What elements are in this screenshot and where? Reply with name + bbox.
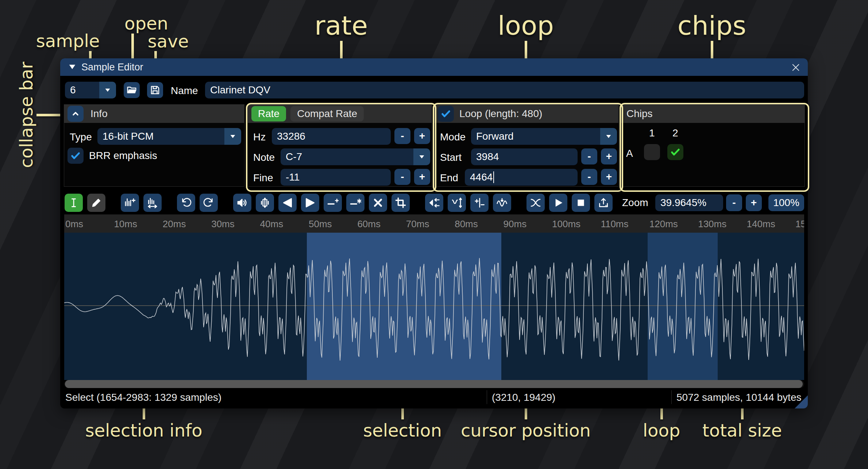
toolbar-resample-button[interactable] [143, 194, 162, 212]
zoom-in-button[interactable]: + [746, 194, 762, 211]
trim-icon [395, 197, 406, 209]
hz-minus-button[interactable]: - [394, 128, 410, 144]
annotation-line-cursor-position [525, 407, 527, 419]
fine-input[interactable]: -11 [281, 169, 391, 186]
loop-enable-checkbox[interactable] [438, 106, 454, 122]
collapse-bar-button[interactable] [67, 106, 84, 122]
amplify-icon [236, 197, 248, 209]
toolbar-fade-out-button[interactable] [301, 194, 319, 212]
resize-icon [124, 197, 136, 209]
toolbar-trim-button[interactable] [391, 194, 410, 212]
fine-plus-button[interactable]: + [414, 169, 430, 185]
redo-icon [203, 197, 215, 209]
toolbar-insert-silence-button[interactable] [324, 194, 342, 212]
toolbar-resize-button[interactable] [121, 194, 139, 212]
sample-select[interactable]: 6 [65, 82, 116, 98]
timeline-label: 0ms [65, 218, 83, 230]
info-panel-title: Info [90, 108, 108, 120]
chevron-down-icon[interactable] [413, 148, 430, 165]
loop-end-plus-button[interactable]: + [601, 169, 617, 185]
toolbar-normalize-button[interactable] [256, 194, 274, 212]
toolbar-amplify-button[interactable] [233, 194, 251, 212]
titlebar[interactable]: Sample Editor [60, 58, 808, 76]
loop-mode-value: Forward [471, 131, 600, 142]
tab-compat-rate[interactable]: Compat Rate [290, 106, 364, 121]
hz-input[interactable]: 33286 [272, 128, 391, 145]
scrollbar-thumb[interactable] [65, 380, 803, 388]
timeline-label: 110ms [601, 218, 628, 230]
preview-icon [552, 197, 564, 209]
window-title: Sample Editor [81, 62, 143, 73]
toolbar-apply-filter-button[interactable] [493, 194, 511, 212]
fine-label: Fine [253, 172, 273, 184]
toolbar-preview-button[interactable] [549, 194, 567, 212]
timeline-label: 140ms [747, 218, 775, 230]
chip-a1-checkbox[interactable] [644, 144, 660, 160]
timeline-label: 90ms [504, 218, 527, 230]
zoom-reset-button[interactable]: 100% [768, 194, 804, 211]
loop-start-input[interactable]: 3984 [471, 148, 578, 165]
chevron-down-icon[interactable] [224, 128, 241, 145]
timeline-label: 150ms [795, 218, 804, 230]
fade-out-icon [304, 197, 316, 209]
chevron-down-icon[interactable] [99, 82, 116, 98]
annotation-rate: rate [315, 10, 368, 41]
timeline-label: 40ms [260, 218, 283, 230]
fine-minus-button[interactable]: - [394, 169, 410, 185]
toolbar-invert-button[interactable] [448, 194, 466, 212]
toolbar-fade-in-button[interactable] [278, 194, 297, 212]
check-icon [440, 108, 451, 119]
hz-plus-button[interactable]: + [414, 128, 430, 144]
window-resize-grip[interactable] [795, 395, 808, 408]
timeline-ruler[interactable]: 0ms10ms20ms30ms40ms50ms60ms70ms80ms90ms1… [64, 214, 804, 233]
waveform-view[interactable] [64, 233, 804, 380]
signed-unsigned-icon [474, 197, 485, 209]
timeline-label: 70ms [406, 218, 429, 230]
mode-label: Mode [440, 131, 466, 143]
open-sample-button[interactable] [124, 82, 140, 98]
loop-start-minus-button[interactable]: - [581, 148, 597, 164]
waveform-canvas [64, 233, 804, 380]
waveform-scrollbar[interactable] [64, 380, 804, 388]
toolbar-crossfade-loop-button[interactable] [526, 194, 545, 212]
zoom-input[interactable]: 39.9645% [655, 194, 723, 211]
toolbar-reverse-button[interactable] [425, 194, 443, 212]
brr-emphasis-checkbox[interactable] [67, 148, 84, 164]
save-sample-button[interactable] [147, 82, 163, 98]
note-select[interactable]: C-7 [281, 148, 430, 165]
toolbar-apply-silence-button[interactable] [346, 194, 364, 212]
status-bar: Select (1654-2983: 1329 samples) (3210, … [60, 389, 808, 406]
chips-panel-title: Chips [626, 108, 653, 120]
toolbar-signed-unsigned-button[interactable] [470, 194, 489, 212]
name-input[interactable]: Clarinet DQV [205, 82, 804, 98]
loop-start-label: Start [440, 152, 462, 163]
chevron-down-icon[interactable] [600, 128, 617, 145]
toolbar-delete-button[interactable] [369, 194, 387, 212]
loop-panel-title: Loop (length: 480) [459, 108, 542, 120]
type-select[interactable]: 16-bit PCM [97, 128, 241, 145]
toolbar-create-instrument-button[interactable] [594, 194, 613, 212]
toolbar-redo-button[interactable] [200, 194, 218, 212]
status-cursor-position: (3210, 19429) [492, 389, 555, 406]
toolbar-stop-preview-button[interactable] [572, 194, 590, 212]
annotation-selection: selection [363, 420, 442, 441]
loop-end-minus-button[interactable]: - [581, 169, 597, 185]
loop-mode-select[interactable]: Forward [471, 128, 617, 145]
chip-a2-checkbox[interactable] [667, 144, 683, 160]
name-input-value: Clarinet DQV [210, 84, 270, 96]
toolbar-undo-button[interactable] [177, 194, 195, 212]
chevron-up-icon [71, 109, 80, 119]
tab-rate[interactable]: Rate [251, 106, 286, 121]
loop-end-input[interactable]: 4464 [465, 169, 578, 186]
desktop-background: sample open save collapse bar rate loop … [0, 0, 868, 469]
toolbar-edit-mode-select-button[interactable] [65, 194, 83, 212]
close-icon[interactable] [790, 61, 802, 74]
invert-icon [451, 197, 463, 209]
annotation-sample: sample [36, 31, 100, 51]
zoom-out-button[interactable]: - [726, 194, 742, 211]
type-label: Type [70, 131, 92, 143]
loop-start-plus-button[interactable]: + [601, 148, 617, 164]
annotation-open: open [124, 13, 168, 34]
toolbar-edit-mode-draw-button[interactable] [87, 194, 105, 212]
window-collapse-icon[interactable] [68, 63, 76, 71]
